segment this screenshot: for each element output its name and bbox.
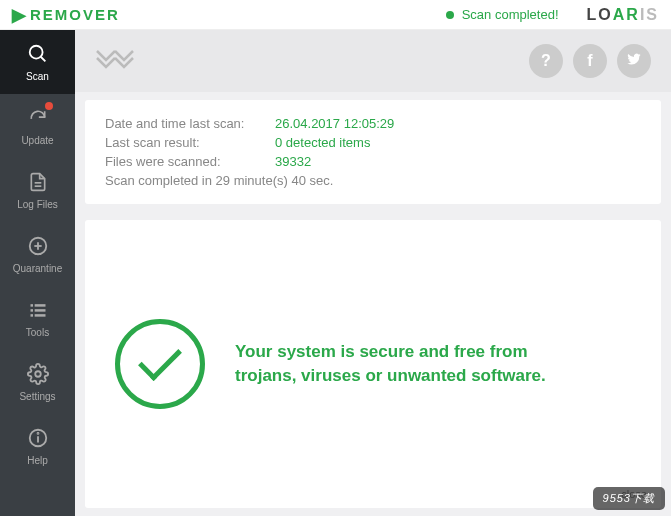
files-label: Files were scanned: <box>105 154 275 169</box>
svg-rect-9 <box>30 309 33 312</box>
sidebar-item-label: Log Files <box>17 199 58 210</box>
sidebar-item-logfiles[interactable]: Log Files <box>0 158 75 222</box>
sidebar-item-help[interactable]: Help <box>0 414 75 478</box>
svg-point-0 <box>29 46 42 59</box>
twitter-button[interactable] <box>617 44 651 78</box>
topbar: ? f <box>75 30 671 92</box>
svg-rect-12 <box>34 314 45 317</box>
sidebar-item-update[interactable]: Update <box>0 94 75 158</box>
svg-rect-7 <box>30 304 33 307</box>
checkmark-circle-icon <box>115 319 205 409</box>
gear-icon <box>26 362 50 386</box>
chevron-down-icon[interactable] <box>95 47 135 75</box>
secure-message: Your system is secure and free from troj… <box>235 340 585 388</box>
status-dot-icon <box>446 11 454 19</box>
svg-rect-8 <box>34 304 45 307</box>
brand-logo: LOARIS <box>587 6 659 24</box>
sidebar-item-settings[interactable]: Settings <box>0 350 75 414</box>
svg-rect-10 <box>34 309 45 312</box>
result-panel: Your system is secure and free from troj… <box>85 220 661 508</box>
datetime-value: 26.04.2017 12:05:29 <box>275 116 394 131</box>
sidebar-item-quarantine[interactable]: Quarantine <box>0 222 75 286</box>
logo-text: REMOVER <box>30 6 120 23</box>
logo-icon: ▶ <box>12 4 26 26</box>
result-value: 0 detected items <box>275 135 370 150</box>
svg-point-16 <box>37 433 38 434</box>
info-icon <box>26 426 50 450</box>
sidebar-item-label: Scan <box>26 71 49 82</box>
sidebar-item-label: Quarantine <box>13 263 62 274</box>
sidebar-item-label: Settings <box>19 391 55 402</box>
list-icon <box>26 298 50 322</box>
svg-rect-11 <box>30 314 33 317</box>
sidebar-item-label: Help <box>27 455 48 466</box>
watermark: 9553下载 <box>593 487 665 510</box>
logo: ▶ REMOVER <box>12 4 120 26</box>
content-area: ? f Date and time last scan: 26.0 <box>75 30 671 516</box>
datetime-label: Date and time last scan: <box>105 116 275 131</box>
facebook-button[interactable]: f <box>573 44 607 78</box>
question-icon: ? <box>541 52 551 70</box>
facebook-icon: f <box>587 52 592 70</box>
scan-info-panel: Date and time last scan: 26.04.2017 12:0… <box>85 100 661 204</box>
twitter-icon <box>626 51 642 71</box>
sidebar-item-tools[interactable]: Tools <box>0 286 75 350</box>
header: ▶ REMOVER Scan completed! LOARIS <box>0 0 671 30</box>
svg-point-13 <box>35 371 41 377</box>
files-value: 39332 <box>275 154 311 169</box>
status-text: Scan completed! <box>462 7 559 22</box>
svg-line-1 <box>40 57 45 62</box>
file-icon <box>26 170 50 194</box>
sidebar-item-label: Tools <box>26 327 49 338</box>
result-label: Last scan result: <box>105 135 275 150</box>
update-badge-icon <box>45 102 53 110</box>
sidebar-item-label: Update <box>21 135 53 146</box>
sidebar: Scan Update Log Files Quarantine <box>0 30 75 516</box>
plus-circle-icon <box>26 234 50 258</box>
search-icon <box>26 42 50 66</box>
sidebar-item-scan[interactable]: Scan <box>0 30 75 94</box>
duration-text: Scan completed in 29 minute(s) 40 sec. <box>105 173 641 188</box>
refresh-icon <box>26 106 50 130</box>
help-button[interactable]: ? <box>529 44 563 78</box>
